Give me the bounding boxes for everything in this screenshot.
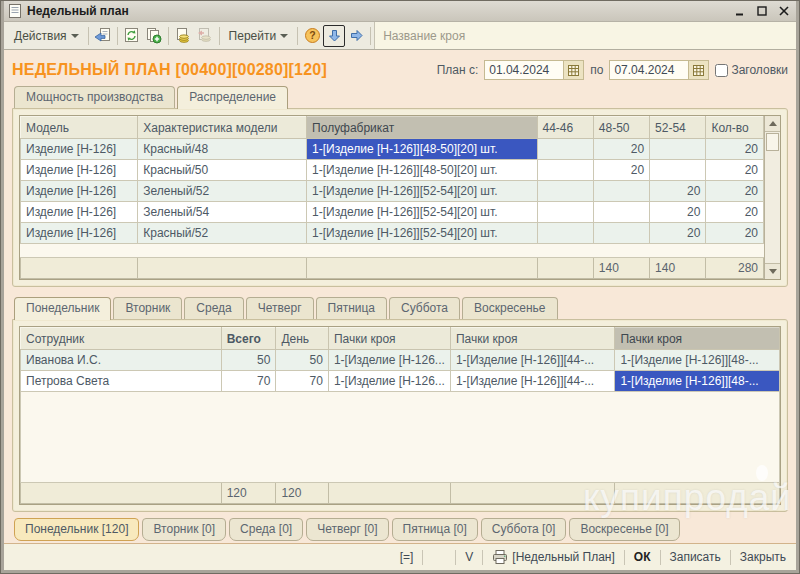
cell-semiproduct-selected[interactable]: 1-[Изделие [Н-126]][48-50][20] шт. (307, 139, 537, 160)
crop-name-field[interactable]: Название кроя (374, 22, 796, 49)
cell-employee[interactable]: Петрова Света (21, 371, 222, 392)
cell-semiproduct[interactable]: 1-[Изделие [Н-126]][52-54][20] шт. (307, 202, 537, 223)
cell-44-46[interactable] (537, 181, 593, 202)
actions-button[interactable]: Действия (8, 26, 85, 46)
day-tab-thursday[interactable]: Четверг (246, 297, 314, 319)
scrollbar-thumb[interactable] (766, 133, 779, 151)
move-right-icon-button[interactable] (345, 25, 367, 47)
equals-button[interactable]: [=] (398, 548, 416, 566)
cell-model[interactable]: Изделие [Н-126] (21, 181, 138, 202)
day-tab-tuesday[interactable]: Вторник (113, 297, 182, 319)
cell-48-50[interactable] (593, 181, 649, 202)
cell-characteristic[interactable]: Зеленый/52 (138, 181, 307, 202)
cell-characteristic[interactable]: Красный/50 (138, 160, 307, 181)
cell-packs-1[interactable]: 1-[Изделие [Н-126... (328, 371, 450, 392)
cell-characteristic[interactable]: Зеленый/54 (138, 202, 307, 223)
column-header-qty[interactable]: Кол-во (706, 117, 764, 139)
column-header-characteristic[interactable]: Характеристика модели (138, 117, 307, 139)
unpost-document-icon-button[interactable] (194, 25, 216, 47)
close-button[interactable] (775, 4, 792, 19)
column-header-52-54[interactable]: 52-54 (650, 117, 706, 139)
bottom-tab-friday[interactable]: Пятница [0] (392, 518, 478, 541)
cell-semiproduct[interactable]: 1-[Изделие [Н-126]][52-54][20] шт. (307, 223, 537, 244)
close-form-button[interactable]: Закрыть (738, 548, 788, 566)
reread-icon-button[interactable] (92, 25, 114, 47)
cell-day[interactable]: 50 (276, 350, 329, 371)
cell-model[interactable]: Изделие [Н-126] (21, 139, 138, 160)
cell-48-50[interactable] (593, 202, 649, 223)
column-header-packs-1[interactable]: Пачки кроя (328, 328, 450, 350)
day-tab-monday[interactable]: Понедельник (14, 297, 111, 320)
cell-44-46[interactable] (537, 223, 593, 244)
cell-packs-3[interactable]: 1-[Изделие [Н-126]][48-... (615, 350, 780, 371)
cell-qty[interactable]: 20 (706, 139, 764, 160)
cell-qty[interactable]: 20 (706, 181, 764, 202)
cell-48-50[interactable]: 20 (593, 139, 649, 160)
move-down-icon-button[interactable] (323, 25, 345, 47)
cell-total[interactable]: 70 (221, 371, 276, 392)
bottom-tab-wednesday[interactable]: Среда [0] (229, 518, 303, 541)
column-header-48-50[interactable]: 48-50 (593, 117, 649, 139)
cell-model[interactable]: Изделие [Н-126] (21, 160, 138, 181)
cell-employee[interactable]: Иванова И.С. (21, 350, 222, 371)
cell-total[interactable]: 50 (221, 350, 276, 371)
tab-capacity[interactable]: Мощность производства (14, 86, 175, 108)
post-document-icon-button[interactable] (172, 25, 194, 47)
cell-52-54[interactable]: 20 (650, 223, 706, 244)
minimize-button[interactable] (731, 4, 748, 19)
plan-from-input[interactable] (485, 61, 563, 79)
v-button[interactable]: V (463, 548, 475, 566)
day-tab-sunday[interactable]: Воскресенье (462, 297, 558, 319)
cell-52-54[interactable] (650, 160, 706, 181)
cell-characteristic[interactable]: Красный/52 (138, 223, 307, 244)
cell-packs-2[interactable]: 1-[Изделие [Н-126]][44-... (450, 371, 615, 392)
bottom-tab-tuesday[interactable]: Вторник [0] (142, 518, 226, 541)
cell-model[interactable]: Изделие [Н-126] (21, 223, 138, 244)
help-icon-button[interactable]: ? (301, 25, 323, 47)
plan-to-input[interactable] (610, 61, 688, 79)
cell-52-54[interactable]: 20 (650, 202, 706, 223)
cell-44-46[interactable] (537, 202, 593, 223)
cell-day[interactable]: 70 (276, 371, 329, 392)
cell-44-46[interactable] (537, 160, 593, 181)
scroll-down-button[interactable] (765, 263, 780, 279)
bottom-tab-saturday[interactable]: Суббота [0] (481, 518, 567, 541)
tab-distribution[interactable]: Распределение (177, 86, 288, 109)
vertical-scrollbar[interactable] (764, 116, 780, 279)
scroll-up-button[interactable] (765, 116, 780, 132)
cell-qty[interactable]: 20 (706, 160, 764, 181)
bottom-tab-sunday[interactable]: Воскресенье [0] (569, 518, 679, 541)
cell-packs-1[interactable]: 1-[Изделие [Н-126... (328, 350, 450, 371)
day-tab-saturday[interactable]: Суббота (389, 297, 460, 319)
goto-button[interactable]: Перейти (223, 26, 295, 46)
day-tab-friday[interactable]: Пятница (316, 297, 388, 319)
save-button[interactable]: Записать (668, 548, 723, 566)
bottom-tab-thursday[interactable]: Четверг [0] (306, 518, 388, 541)
cell-semiproduct[interactable]: 1-[Изделие [Н-126]][52-54][20] шт. (307, 181, 537, 202)
column-header-employee[interactable]: Сотрудник (21, 328, 222, 350)
copy-add-icon-button[interactable] (143, 25, 165, 47)
cell-52-54[interactable] (650, 139, 706, 160)
cell-model[interactable]: Изделие [Н-126] (21, 202, 138, 223)
cell-48-50[interactable]: 20 (593, 160, 649, 181)
day-tab-wednesday[interactable]: Среда (184, 297, 243, 319)
column-header-packs-2[interactable]: Пачки кроя (450, 328, 615, 350)
column-header-total[interactable]: Всего (221, 328, 276, 350)
headers-checkbox[interactable] (715, 64, 728, 77)
column-header-44-46[interactable]: 44-46 (537, 117, 593, 139)
cell-packs-3-selected[interactable]: 1-[Изделие [Н-126]][48-... (615, 371, 780, 392)
calendar-button[interactable] (563, 61, 583, 79)
cell-qty[interactable]: 20 (706, 202, 764, 223)
cell-qty[interactable]: 20 (706, 223, 764, 244)
bottom-tab-monday[interactable]: Понедельник [120] (14, 518, 139, 541)
ok-button[interactable]: ОК (632, 548, 653, 566)
calendar-button[interactable] (688, 61, 708, 79)
cell-characteristic[interactable]: Красный/48 (138, 139, 307, 160)
cell-44-46[interactable] (537, 139, 593, 160)
column-header-semiproduct[interactable]: Полуфабрикат (307, 117, 537, 139)
cell-semiproduct[interactable]: 1-[Изделие [Н-126]][48-50][20] шт. (307, 160, 537, 181)
cell-52-54[interactable]: 20 (650, 181, 706, 202)
print-button[interactable]: [Недельный План] (490, 548, 617, 566)
cell-48-50[interactable] (593, 223, 649, 244)
column-header-packs-3[interactable]: Пачки кроя (615, 328, 780, 350)
